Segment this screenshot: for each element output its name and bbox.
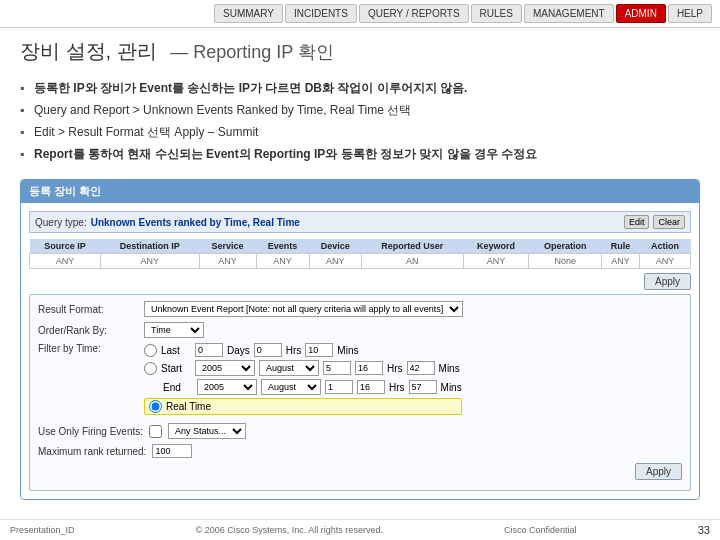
start-label: Start xyxy=(161,363,191,374)
nav-admin[interactable]: ADMIN xyxy=(616,4,666,23)
copyright: © 2006 Cisco Systems, Inc. All rights re… xyxy=(196,525,383,535)
panel-header: 등록 장비 확인 xyxy=(21,180,699,203)
firing-events-select[interactable]: Any Status... xyxy=(168,423,246,439)
table-row: ANY ANY ANY ANY ANY AN ANY None ANY ANY xyxy=(30,254,691,269)
filter-table: Source IP Destination IP Service Events … xyxy=(29,239,691,269)
query-type-row: Query type: Unknown Events ranked by Tim… xyxy=(29,211,691,233)
nav-summary[interactable]: SUMMARY xyxy=(214,4,283,23)
cell-dest-ip: ANY xyxy=(101,254,200,269)
max-rank-label: Maximum rank returned: xyxy=(38,446,146,457)
last-mins-input[interactable] xyxy=(305,343,333,357)
realtime-row: Real Time xyxy=(144,398,462,415)
start-hour-input[interactable] xyxy=(355,361,383,375)
last-time-row: Last Days Hrs Mins xyxy=(144,343,462,357)
cell-device: ANY xyxy=(309,254,361,269)
main-content: 장비 설정, 관리 — Reporting IP 확인 등록한 IP와 장비가 … xyxy=(0,28,720,510)
cell-reported-user: AN xyxy=(361,254,463,269)
col-service: Service xyxy=(199,239,256,254)
firing-events-checkbox[interactable] xyxy=(149,425,162,438)
start-year-select[interactable]: 2005 xyxy=(195,360,255,376)
nav-query-reports[interactable]: QUERY / REPORTS xyxy=(359,4,469,23)
bullet-item-1: 등록한 IP와 장비가 Event를 송신하는 IP가 다르면 DB화 작업이 … xyxy=(20,77,700,99)
start-day-input[interactable] xyxy=(323,361,351,375)
end-label: End xyxy=(163,382,193,393)
cell-operation: None xyxy=(529,254,602,269)
apply-bottom-area: Apply xyxy=(38,463,682,480)
apply-top-area: Apply xyxy=(29,273,691,290)
page-number: 33 xyxy=(698,524,710,536)
start-mins-input[interactable] xyxy=(407,361,435,375)
cell-rule: ANY xyxy=(601,254,639,269)
col-dest-ip: Destination IP xyxy=(101,239,200,254)
order-rank-row: Order/Rank By: Time xyxy=(38,322,682,338)
nav-management[interactable]: MANAGEMENT xyxy=(524,4,614,23)
col-action: Action xyxy=(640,239,691,254)
end-day-input[interactable] xyxy=(325,380,353,394)
realtime-label: Real Time xyxy=(166,401,211,412)
nav-incidents[interactable]: INCIDENTS xyxy=(285,4,357,23)
end-hour-input[interactable] xyxy=(357,380,385,394)
panel: 등록 장비 확인 Query type: Unknown Events rank… xyxy=(20,179,700,500)
confidential: Cisco Confidential xyxy=(504,525,577,535)
query-type-value: Unknown Events ranked by Time, Real Time xyxy=(91,217,620,228)
page-title: 장비 설정, 관리 — Reporting IP 확인 xyxy=(20,38,700,65)
col-events: Events xyxy=(256,239,309,254)
panel-body: Query type: Unknown Events ranked by Tim… xyxy=(21,203,699,499)
col-device: Device xyxy=(309,239,361,254)
bullet-item-3: Edit > Result Format 선택 Apply – Summit xyxy=(20,121,700,143)
start-time-row: Start 2005 August Hrs Mins xyxy=(144,360,462,376)
cell-source-ip: ANY xyxy=(30,254,101,269)
realtime-radio[interactable] xyxy=(149,400,162,413)
top-navigation: SUMMARY INCIDENTS QUERY / REPORTS RULES … xyxy=(0,0,720,28)
filter-time-label: Filter by Time: xyxy=(38,343,138,354)
filter-time-group: Last Days Hrs Mins Start xyxy=(144,343,462,418)
firing-events-label: Use Only Firing Events: xyxy=(38,426,143,437)
max-rank-input[interactable] xyxy=(152,444,192,458)
result-format-select[interactable]: Unknown Event Report [Note: not all quer… xyxy=(144,301,463,317)
nav-help[interactable]: HELP xyxy=(668,4,712,23)
cell-keyword: ANY xyxy=(463,254,529,269)
result-format-label: Result Format: xyxy=(38,304,138,315)
last-label: Last xyxy=(161,345,191,356)
query-type-label: Query type: xyxy=(35,217,87,228)
start-radio[interactable] xyxy=(144,362,157,375)
col-source-ip: Source IP xyxy=(30,239,101,254)
last-radio[interactable] xyxy=(144,344,157,357)
col-operation: Operation xyxy=(529,239,602,254)
col-rule: Rule xyxy=(601,239,639,254)
apply-bottom-button[interactable]: Apply xyxy=(635,463,682,480)
cell-action: ANY xyxy=(640,254,691,269)
order-rank-select[interactable]: Time xyxy=(144,322,204,338)
footer: Presentation_ID © 2006 Cisco Systems, In… xyxy=(0,519,720,540)
last-hrs-input[interactable] xyxy=(254,343,282,357)
apply-top-button[interactable]: Apply xyxy=(644,273,691,290)
clear-button[interactable]: Clear xyxy=(653,215,685,229)
edit-button[interactable]: Edit xyxy=(624,215,650,229)
col-keyword: Keyword xyxy=(463,239,529,254)
cell-service: ANY xyxy=(199,254,256,269)
end-time-row: End 2005 August Hrs Mins xyxy=(144,379,462,395)
firing-events-row: Use Only Firing Events: Any Status... xyxy=(38,423,682,439)
presentation-id: Presentation_ID xyxy=(10,525,75,535)
bullet-list: 등록한 IP와 장비가 Event를 송신하는 IP가 다르면 DB화 작업이 … xyxy=(20,77,700,165)
nav-rules[interactable]: RULES xyxy=(471,4,522,23)
last-days-input[interactable] xyxy=(195,343,223,357)
col-reported-user: Reported User xyxy=(361,239,463,254)
bullet-item-2: Query and Report > Unknown Events Ranked… xyxy=(20,99,700,121)
end-month-select[interactable]: August xyxy=(261,379,321,395)
end-year-select[interactable]: 2005 xyxy=(197,379,257,395)
order-rank-label: Order/Rank By: xyxy=(38,325,138,336)
bullet-item-4: Report를 통하여 현재 수신되는 Event의 Reporting IP와… xyxy=(20,143,700,165)
filter-time-row: Filter by Time: Last Days Hrs Mins xyxy=(38,343,682,418)
cell-events: ANY xyxy=(256,254,309,269)
start-month-select[interactable]: August xyxy=(259,360,319,376)
form-section: Result Format: Unknown Event Report [Not… xyxy=(29,294,691,491)
result-format-row: Result Format: Unknown Event Report [Not… xyxy=(38,301,682,317)
max-rank-row: Maximum rank returned: xyxy=(38,444,682,458)
end-mins-input[interactable] xyxy=(409,380,437,394)
